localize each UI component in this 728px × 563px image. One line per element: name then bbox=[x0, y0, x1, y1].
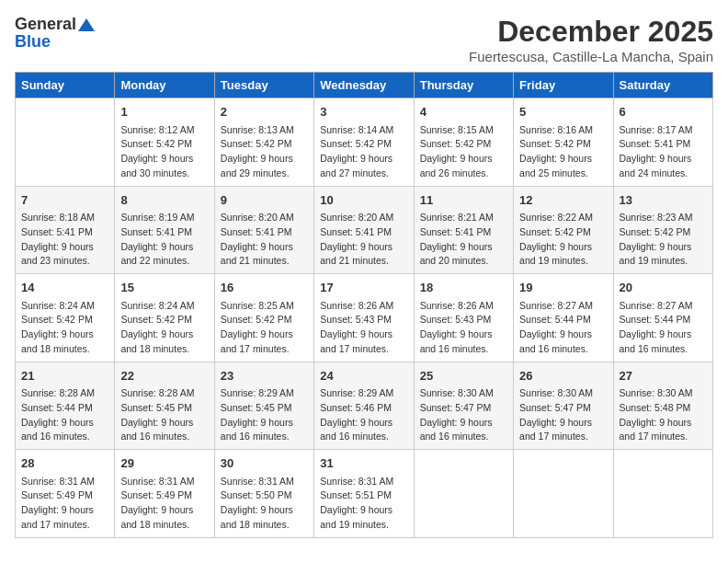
calendar-cell: 11Sunrise: 8:21 AM Sunset: 5:41 PM Dayli… bbox=[414, 186, 513, 274]
day-info: Sunrise: 8:20 AM Sunset: 5:41 PM Dayligh… bbox=[221, 211, 308, 269]
header-wednesday: Wednesday bbox=[314, 73, 414, 98]
day-info: Sunrise: 8:26 AM Sunset: 5:43 PM Dayligh… bbox=[320, 299, 407, 357]
calendar-cell: 3Sunrise: 8:14 AM Sunset: 5:42 PM Daylig… bbox=[314, 98, 414, 187]
calendar-cell: 17Sunrise: 8:26 AM Sunset: 5:43 PM Dayli… bbox=[314, 274, 414, 362]
calendar-cell bbox=[514, 450, 613, 538]
day-number: 25 bbox=[420, 367, 507, 385]
day-number: 14 bbox=[21, 279, 108, 297]
svg-marker-0 bbox=[78, 18, 95, 31]
day-number: 13 bbox=[620, 191, 707, 210]
day-number: 27 bbox=[620, 367, 707, 385]
calendar-cell: 22Sunrise: 8:28 AM Sunset: 5:45 PM Dayli… bbox=[115, 362, 214, 450]
day-info: Sunrise: 8:28 AM Sunset: 5:44 PM Dayligh… bbox=[21, 386, 108, 444]
calendar-cell: 8Sunrise: 8:19 AM Sunset: 5:41 PM Daylig… bbox=[115, 186, 214, 274]
calendar-cell: 1Sunrise: 8:12 AM Sunset: 5:42 PM Daylig… bbox=[115, 98, 214, 187]
day-info: Sunrise: 8:28 AM Sunset: 5:45 PM Dayligh… bbox=[120, 386, 208, 444]
day-number: 19 bbox=[519, 279, 607, 297]
calendar-cell: 9Sunrise: 8:20 AM Sunset: 5:41 PM Daylig… bbox=[214, 186, 313, 274]
calendar-cell: 16Sunrise: 8:25 AM Sunset: 5:42 PM Dayli… bbox=[214, 274, 313, 362]
calendar-cell: 19Sunrise: 8:27 AM Sunset: 5:44 PM Dayli… bbox=[514, 274, 613, 362]
calendar-cell: 30Sunrise: 8:31 AM Sunset: 5:50 PM Dayli… bbox=[214, 450, 313, 538]
day-info: Sunrise: 8:27 AM Sunset: 5:44 PM Dayligh… bbox=[519, 299, 607, 357]
logo-blue-text: Blue bbox=[15, 32, 51, 52]
calendar-week-1: 7Sunrise: 8:18 AM Sunset: 5:41 PM Daylig… bbox=[16, 186, 713, 274]
day-number: 4 bbox=[420, 103, 507, 121]
day-info: Sunrise: 8:30 AM Sunset: 5:47 PM Dayligh… bbox=[519, 386, 607, 444]
day-info: Sunrise: 8:14 AM Sunset: 5:42 PM Dayligh… bbox=[320, 123, 407, 181]
calendar-cell: 2Sunrise: 8:13 AM Sunset: 5:42 PM Daylig… bbox=[214, 98, 313, 187]
day-number: 8 bbox=[120, 191, 208, 210]
day-number: 18 bbox=[420, 279, 507, 297]
calendar-week-0: 1Sunrise: 8:12 AM Sunset: 5:42 PM Daylig… bbox=[16, 98, 713, 187]
location-subtitle: Fuertescusa, Castille-La Mancha, Spain bbox=[469, 49, 713, 64]
title-section: December 2025 Fuertescusa, Castille-La M… bbox=[469, 15, 713, 64]
day-number: 20 bbox=[620, 279, 707, 297]
day-info: Sunrise: 8:12 AM Sunset: 5:42 PM Dayligh… bbox=[120, 123, 208, 181]
day-number: 26 bbox=[519, 367, 607, 385]
day-number: 31 bbox=[320, 454, 407, 473]
day-info: Sunrise: 8:17 AM Sunset: 5:41 PM Dayligh… bbox=[620, 123, 707, 181]
day-info: Sunrise: 8:29 AM Sunset: 5:46 PM Dayligh… bbox=[320, 386, 407, 444]
calendar-cell: 15Sunrise: 8:24 AM Sunset: 5:42 PM Dayli… bbox=[115, 274, 214, 362]
day-number: 21 bbox=[21, 367, 108, 385]
day-info: Sunrise: 8:22 AM Sunset: 5:42 PM Dayligh… bbox=[519, 211, 607, 269]
calendar-cell: 14Sunrise: 8:24 AM Sunset: 5:42 PM Dayli… bbox=[16, 274, 115, 362]
day-info: Sunrise: 8:24 AM Sunset: 5:42 PM Dayligh… bbox=[21, 299, 108, 357]
day-info: Sunrise: 8:31 AM Sunset: 5:49 PM Dayligh… bbox=[21, 475, 108, 533]
logo: General Blue bbox=[15, 15, 95, 52]
day-number: 7 bbox=[21, 191, 108, 210]
day-info: Sunrise: 8:31 AM Sunset: 5:50 PM Dayligh… bbox=[221, 475, 308, 533]
day-number: 1 bbox=[120, 103, 208, 121]
day-info: Sunrise: 8:27 AM Sunset: 5:44 PM Dayligh… bbox=[620, 299, 707, 357]
day-number: 12 bbox=[519, 191, 607, 210]
day-info: Sunrise: 8:23 AM Sunset: 5:42 PM Dayligh… bbox=[620, 211, 707, 269]
calendar-cell: 20Sunrise: 8:27 AM Sunset: 5:44 PM Dayli… bbox=[613, 274, 712, 362]
day-number: 9 bbox=[221, 191, 308, 210]
page-header: General Blue December 2025 Fuertescusa, … bbox=[15, 15, 713, 64]
calendar-week-3: 21Sunrise: 8:28 AM Sunset: 5:44 PM Dayli… bbox=[16, 362, 713, 450]
day-info: Sunrise: 8:25 AM Sunset: 5:42 PM Dayligh… bbox=[221, 299, 308, 357]
day-info: Sunrise: 8:30 AM Sunset: 5:47 PM Dayligh… bbox=[420, 386, 507, 444]
header-sunday: Sunday bbox=[16, 73, 115, 98]
calendar-cell: 12Sunrise: 8:22 AM Sunset: 5:42 PM Dayli… bbox=[514, 186, 613, 274]
calendar-week-2: 14Sunrise: 8:24 AM Sunset: 5:42 PM Dayli… bbox=[16, 274, 713, 362]
calendar-cell: 29Sunrise: 8:31 AM Sunset: 5:49 PM Dayli… bbox=[115, 450, 214, 538]
day-number: 22 bbox=[120, 367, 208, 385]
day-number: 3 bbox=[320, 103, 407, 121]
calendar-cell: 10Sunrise: 8:20 AM Sunset: 5:41 PM Dayli… bbox=[314, 186, 414, 274]
day-number: 5 bbox=[519, 103, 607, 121]
calendar-cell: 4Sunrise: 8:15 AM Sunset: 5:42 PM Daylig… bbox=[414, 98, 513, 187]
day-number: 17 bbox=[320, 279, 407, 297]
day-number: 24 bbox=[320, 367, 407, 385]
logo-icon bbox=[78, 18, 95, 31]
day-number: 10 bbox=[320, 191, 407, 210]
day-number: 16 bbox=[221, 279, 308, 297]
calendar-cell: 7Sunrise: 8:18 AM Sunset: 5:41 PM Daylig… bbox=[16, 186, 115, 274]
calendar-cell: 6Sunrise: 8:17 AM Sunset: 5:41 PM Daylig… bbox=[613, 98, 712, 187]
calendar-header-row: SundayMondayTuesdayWednesdayThursdayFrid… bbox=[16, 73, 713, 98]
day-info: Sunrise: 8:21 AM Sunset: 5:41 PM Dayligh… bbox=[420, 211, 507, 269]
header-monday: Monday bbox=[115, 73, 214, 98]
day-number: 28 bbox=[21, 454, 108, 473]
calendar-cell: 5Sunrise: 8:16 AM Sunset: 5:42 PM Daylig… bbox=[514, 98, 613, 187]
day-number: 23 bbox=[221, 367, 308, 385]
calendar-cell: 26Sunrise: 8:30 AM Sunset: 5:47 PM Dayli… bbox=[514, 362, 613, 450]
calendar-cell: 31Sunrise: 8:31 AM Sunset: 5:51 PM Dayli… bbox=[314, 450, 414, 538]
day-info: Sunrise: 8:19 AM Sunset: 5:41 PM Dayligh… bbox=[120, 211, 208, 269]
day-number: 2 bbox=[221, 103, 308, 121]
day-info: Sunrise: 8:30 AM Sunset: 5:48 PM Dayligh… bbox=[620, 386, 707, 444]
day-info: Sunrise: 8:13 AM Sunset: 5:42 PM Dayligh… bbox=[221, 123, 308, 181]
day-number: 30 bbox=[221, 454, 308, 473]
calendar-cell: 23Sunrise: 8:29 AM Sunset: 5:45 PM Dayli… bbox=[214, 362, 313, 450]
calendar-cell: 24Sunrise: 8:29 AM Sunset: 5:46 PM Dayli… bbox=[314, 362, 414, 450]
calendar-cell bbox=[613, 450, 712, 538]
day-info: Sunrise: 8:24 AM Sunset: 5:42 PM Dayligh… bbox=[120, 299, 208, 357]
calendar-cell: 21Sunrise: 8:28 AM Sunset: 5:44 PM Dayli… bbox=[16, 362, 115, 450]
calendar-cell bbox=[16, 98, 115, 187]
month-title: December 2025 bbox=[469, 15, 713, 49]
day-info: Sunrise: 8:16 AM Sunset: 5:42 PM Dayligh… bbox=[519, 123, 607, 181]
header-saturday: Saturday bbox=[613, 73, 712, 98]
day-number: 15 bbox=[120, 279, 208, 297]
calendar-cell: 27Sunrise: 8:30 AM Sunset: 5:48 PM Dayli… bbox=[613, 362, 712, 450]
logo-general-text: General bbox=[15, 15, 76, 34]
